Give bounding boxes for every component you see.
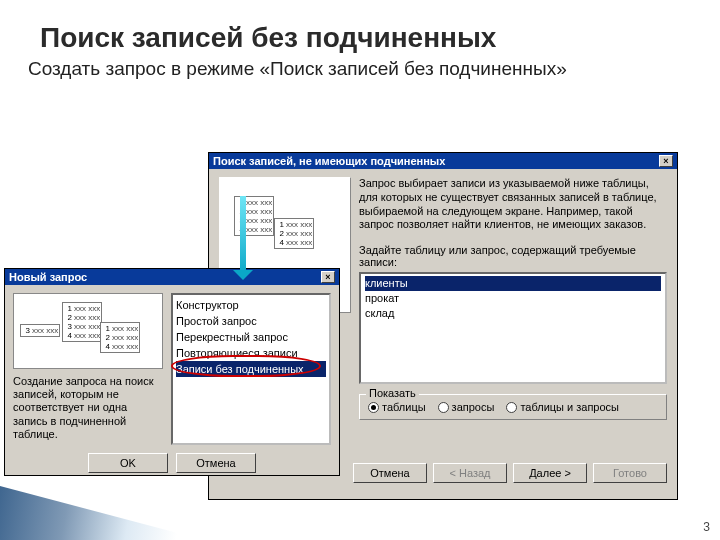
radio-both[interactable]: таблицы и запросы [506,401,619,413]
finish-button[interactable]: Готово [593,463,667,483]
radio-queries[interactable]: запросы [438,401,495,413]
new-query-preview: 3xxx xxx 1xxx xxx 2xxx xxx 3xxx xxx 4xxx… [13,293,163,369]
cancel-button[interactable]: Отмена [353,463,427,483]
radio-icon [368,402,379,413]
list-item[interactable]: склад [365,306,661,321]
list-item[interactable]: Повторяющиеся записи [176,345,326,361]
list-item[interactable]: Простой запрос [176,313,326,329]
new-query-titlebar: Новый запрос × [5,269,339,285]
close-icon[interactable]: × [321,271,335,283]
new-query-title: Новый запрос [9,271,87,283]
wizard-prompt: Задайте таблицу или запрос, содержащий т… [359,244,667,268]
slide-subtitle: Создать запрос в режиме «Поиск записей б… [0,58,720,87]
close-icon[interactable]: × [659,155,673,167]
wizard-table-list[interactable]: клиенты прокат склад [359,272,667,384]
list-item[interactable]: Записи без подчиненных [176,361,326,377]
groupbox-legend: Показать [366,387,419,399]
new-query-options[interactable]: Конструктор Простой запрос Перекрестный … [171,293,331,445]
radio-tables[interactable]: таблицы [368,401,426,413]
page-number: 3 [703,520,710,534]
list-item[interactable]: Конструктор [176,297,326,313]
list-item[interactable]: клиенты [365,276,661,291]
new-query-dialog: Новый запрос × 3xxx xxx 1xxx xxx 2xxx xx… [4,268,340,476]
ok-button[interactable]: OK [88,453,168,473]
radio-icon [506,402,517,413]
show-groupbox: Показать таблицы запросы таблицы и запро… [359,394,667,420]
new-query-description: Создание запроса на поиск записей, котор… [13,375,163,441]
next-button[interactable]: Далее > [513,463,587,483]
list-item[interactable]: Перекрестный запрос [176,329,326,345]
annotation-arrow [240,196,246,276]
back-button[interactable]: < Назад [433,463,507,483]
wizard-description: Запрос выбирает записи из указываемой ни… [359,177,667,232]
radio-icon [438,402,449,413]
slide-title: Поиск записей без подчиненных [0,0,720,58]
wizard-titlebar: Поиск записей, не имеющих подчиненных × [209,153,677,169]
list-item[interactable]: прокат [365,291,661,306]
cancel-button[interactable]: Отмена [176,453,256,473]
wizard-title: Поиск записей, не имеющих подчиненных [213,155,445,167]
